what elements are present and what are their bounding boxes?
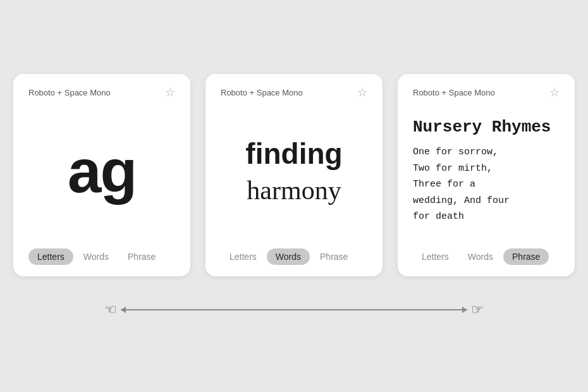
- card-tabs-3: Letters Words Phrase: [413, 248, 560, 265]
- preview-word2: harmony: [245, 173, 342, 208]
- font-label-2: Roboto + Space Mono: [221, 88, 303, 97]
- card-header-1: Roboto + Space Mono ☆: [28, 87, 175, 98]
- tab-phrase-2[interactable]: Phrase: [311, 248, 357, 265]
- tab-letters-1[interactable]: Letters: [28, 248, 73, 265]
- font-card-3: Roboto + Space Mono ☆ Nursery Rhymes One…: [398, 74, 575, 276]
- tab-letters-3[interactable]: Letters: [413, 248, 458, 265]
- card-header-2: Roboto + Space Mono ☆: [221, 87, 367, 98]
- font-label-3: Roboto + Space Mono: [413, 88, 495, 97]
- card-preview-1: ag: [28, 104, 175, 243]
- arrow-left-tip: [121, 307, 126, 313]
- tab-letters-2[interactable]: Letters: [221, 248, 266, 265]
- nav-cursor-right[interactable]: ☞: [471, 302, 484, 318]
- font-card-1: Roboto + Space Mono ☆ ag Letters Words P…: [13, 74, 190, 276]
- nav-cursor-left[interactable]: ☜: [104, 302, 117, 318]
- phrase-title: Nursery Rhymes: [413, 118, 560, 137]
- tab-words-3[interactable]: Words: [459, 248, 502, 265]
- arrow-right-tip: [462, 307, 467, 313]
- card-tabs-2: Letters Words Phrase: [221, 248, 367, 265]
- card-header-3: Roboto + Space Mono ☆: [413, 87, 560, 98]
- card-tabs-1: Letters Words Phrase: [28, 248, 175, 265]
- tab-phrase-1[interactable]: Phrase: [119, 248, 164, 265]
- phrase-body: One for sorrow,Two for mirth,Three for a…: [413, 144, 560, 225]
- navigation-row: ☜ ☞: [104, 302, 484, 318]
- card-preview-3: Nursery Rhymes One for sorrow,Two for mi…: [413, 104, 560, 243]
- font-card-2: Roboto + Space Mono ☆ finding harmony Le…: [205, 74, 383, 276]
- nav-arrow-line: [121, 309, 467, 310]
- phrase-preview: Nursery Rhymes One for sorrow,Two for mi…: [413, 118, 560, 225]
- font-label-1: Roboto + Space Mono: [28, 88, 111, 97]
- tab-words-2[interactable]: Words: [267, 248, 310, 265]
- card-preview-2: finding harmony: [221, 104, 367, 243]
- favorite-star-3[interactable]: ☆: [549, 87, 560, 98]
- tab-phrase-3[interactable]: Phrase: [503, 248, 549, 265]
- preview-word1: finding: [245, 135, 342, 173]
- tab-words-1[interactable]: Words: [75, 248, 118, 265]
- favorite-star-1[interactable]: ☆: [165, 87, 175, 98]
- words-preview: finding harmony: [245, 135, 342, 207]
- letters-preview: ag: [68, 141, 136, 202]
- favorite-star-2[interactable]: ☆: [357, 87, 367, 98]
- cards-container: Roboto + Space Mono ☆ ag Letters Words P…: [13, 74, 575, 276]
